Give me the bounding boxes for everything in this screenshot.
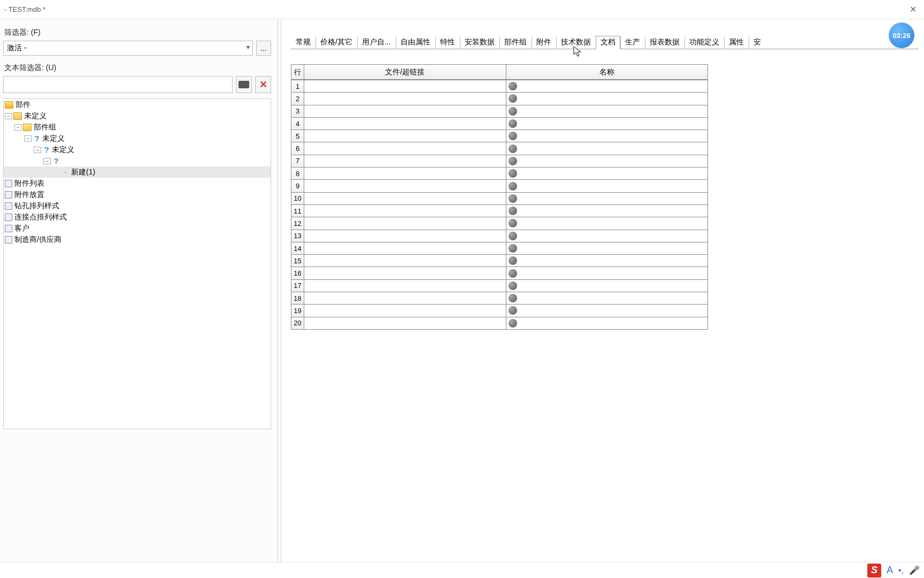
sogou-ime-icon[interactable]: S	[867, 564, 881, 577]
clear-filter-button[interactable]: ✕	[255, 76, 271, 93]
cell-name[interactable]	[506, 292, 708, 304]
cell-file[interactable]	[304, 168, 506, 179]
cell-file[interactable]	[304, 280, 506, 292]
table-row[interactable]: 2	[291, 92, 707, 104]
tab-5[interactable]: 安装数据	[460, 36, 499, 49]
table-row[interactable]: 8	[291, 167, 707, 179]
cell-file[interactable]	[304, 80, 506, 92]
tree-node-drill[interactable]: 钻孔排列样式	[4, 200, 271, 211]
table-row[interactable]: 5	[291, 130, 707, 142]
cell-file[interactable]	[304, 93, 506, 104]
cell-name[interactable]	[506, 305, 708, 316]
collapse-icon[interactable]: −	[14, 124, 22, 131]
cell-name[interactable]	[506, 180, 708, 192]
cell-file[interactable]	[304, 242, 506, 254]
microphone-icon[interactable]: 🎤	[909, 565, 920, 575]
tab-2[interactable]: 用户自...	[357, 36, 396, 49]
filter-input[interactable]	[3, 41, 253, 56]
cell-file[interactable]	[304, 130, 506, 142]
table-row[interactable]: 17	[291, 279, 707, 292]
table-row[interactable]: 9	[291, 179, 707, 192]
collapse-icon[interactable]: −	[24, 135, 32, 142]
close-icon[interactable]: ✕	[906, 4, 920, 14]
table-row[interactable]: 20	[291, 317, 707, 329]
cell-file[interactable]	[304, 193, 506, 204]
cell-name[interactable]	[506, 230, 708, 242]
cell-name[interactable]	[506, 155, 708, 167]
ime-punct-icon[interactable]: •,	[898, 566, 904, 575]
cell-name[interactable]	[506, 142, 708, 154]
cell-name[interactable]	[506, 193, 708, 204]
cell-file[interactable]	[304, 267, 506, 279]
cell-name[interactable]	[506, 217, 708, 229]
tree-node-manufacturer[interactable]: 制造商/供应商	[4, 234, 271, 245]
table-row[interactable]: 18	[291, 292, 707, 304]
tab-12[interactable]: 功能定义	[684, 36, 724, 49]
table-row[interactable]: 1	[291, 80, 707, 92]
table-row[interactable]: 4	[291, 117, 707, 130]
tab-4[interactable]: 特性	[435, 36, 460, 49]
tab-9[interactable]: 文档	[596, 36, 620, 49]
filter-browse-button[interactable]: ...	[256, 41, 271, 56]
tab-14[interactable]: 安	[749, 36, 766, 49]
cell-file[interactable]	[304, 205, 506, 217]
cell-file[interactable]	[304, 305, 506, 316]
table-row[interactable]: 6	[291, 142, 707, 154]
tree-node-accessory-place[interactable]: 附件放置	[4, 189, 271, 200]
clock-widget[interactable]: 03:26	[889, 22, 914, 48]
tree-node-connection[interactable]: 连接点排列样式	[4, 211, 271, 223]
tree-node-partgroup[interactable]: − 部件组	[4, 121, 271, 133]
table-row[interactable]: 3	[291, 105, 707, 117]
table-row[interactable]: 10	[291, 192, 707, 204]
tab-1[interactable]: 价格/其它	[315, 36, 357, 49]
cell-file[interactable]	[304, 155, 506, 167]
cell-name[interactable]	[506, 267, 708, 279]
tab-7[interactable]: 附件	[532, 36, 556, 49]
cell-name[interactable]	[506, 130, 708, 142]
tab-0[interactable]: 常规	[291, 36, 315, 49]
table-row[interactable]: 13	[291, 230, 707, 242]
table-row[interactable]: 14	[291, 242, 707, 254]
cell-name[interactable]	[506, 118, 708, 130]
tree-node-new1[interactable]: ◦ 新建(1)	[4, 166, 271, 178]
tree-root-parts[interactable]: 部件	[4, 99, 271, 110]
collapse-icon[interactable]: −	[5, 113, 12, 119]
cell-name[interactable]	[506, 80, 708, 92]
filter-select[interactable]: ▾	[3, 41, 253, 56]
cell-name[interactable]	[506, 93, 708, 104]
cell-file[interactable]	[304, 180, 506, 192]
cell-name[interactable]	[506, 105, 708, 117]
cell-name[interactable]	[506, 168, 708, 179]
text-filter-input[interactable]	[3, 76, 233, 93]
table-row[interactable]: 12	[291, 217, 707, 229]
tab-8[interactable]: 技术数据	[556, 36, 596, 49]
table-row[interactable]: 16	[291, 267, 707, 279]
table-row[interactable]: 19	[291, 304, 707, 316]
table-row[interactable]: 7	[291, 155, 707, 167]
tab-3[interactable]: 自由属性	[396, 36, 435, 49]
collapse-icon[interactable]: −	[43, 158, 51, 164]
collapse-icon[interactable]: −	[34, 147, 41, 153]
cell-file[interactable]	[304, 230, 506, 242]
tree-node-accessory-list[interactable]: 附件列表	[4, 178, 271, 189]
table-row[interactable]: 15	[291, 254, 707, 267]
tree-node-undefined-0[interactable]: − 未定义	[4, 110, 271, 121]
cell-name[interactable]	[506, 255, 708, 267]
tree-node-undefined-2[interactable]: − ? 未定义	[4, 144, 271, 155]
cell-file[interactable]	[304, 118, 506, 130]
file-table[interactable]: 行 文件/超链接 名称 1234567891011121314151617181…	[291, 64, 708, 330]
cell-name[interactable]	[506, 205, 708, 217]
tree-node-undefined-1[interactable]: − ? 未定义	[4, 133, 271, 144]
ime-mode-icon[interactable]: A	[887, 565, 893, 576]
find-button[interactable]	[236, 76, 252, 93]
cell-name[interactable]	[506, 242, 708, 254]
cell-file[interactable]	[304, 105, 506, 117]
tab-13[interactable]: 属性	[724, 36, 749, 49]
cell-file[interactable]	[304, 317, 506, 329]
tree-node-q[interactable]: − ?	[4, 155, 271, 166]
cell-name[interactable]	[506, 317, 708, 329]
cell-file[interactable]	[304, 292, 506, 304]
tree-view[interactable]: 部件 − 未定义 − 部件组 − ? 未定义	[3, 98, 271, 429]
tab-11[interactable]: 报表数据	[645, 36, 684, 49]
cell-file[interactable]	[304, 142, 506, 154]
